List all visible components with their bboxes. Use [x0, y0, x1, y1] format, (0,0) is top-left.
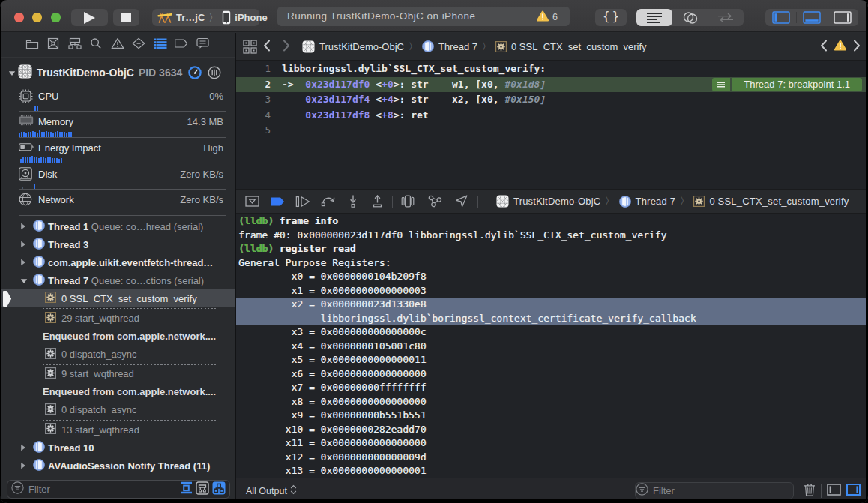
sidebar-filter-input[interactable]: Filter: [28, 484, 180, 495]
thread-row[interactable]: Thread 1 Queue: co…hread (serial): [0, 217, 235, 235]
console-line[interactable]: x9 = 0x00000000b551b551: [236, 409, 868, 423]
console-line[interactable]: x12 = 0x000000000000009d: [236, 451, 868, 465]
toggle-variables-view-button[interactable]: [827, 484, 841, 499]
disclosure-triangle-icon[interactable]: [8, 66, 16, 79]
step-out-button[interactable]: [368, 193, 386, 211]
jumpbar-crumb[interactable]: TrustKitDemo-ObjC: [302, 40, 404, 53]
thread-row[interactable]: AVAudioSession Notify Thread (11): [0, 457, 235, 475]
console-output[interactable]: (lldb) frame infoframe #0: 0x000000023d1…: [236, 214, 868, 478]
filter-view-mode-button[interactable]: [212, 481, 226, 498]
run-button[interactable]: [71, 9, 108, 26]
clear-console-button[interactable]: [804, 483, 816, 499]
jumpbar-crumb[interactable]: Thread 7: [422, 40, 477, 52]
console-line[interactable]: x4 = 0x0000000105001c80: [236, 340, 868, 354]
simulate-location-button[interactable]: [452, 193, 470, 211]
breakpoint-menu-icon[interactable]: [712, 78, 730, 91]
console-line[interactable]: (lldb) register read: [236, 242, 868, 256]
gauge-energy-impact[interactable]: Energy ImpactHigh: [0, 137, 235, 163]
console-line[interactable]: x5 = 0x0000000000000011: [236, 353, 868, 367]
console-line[interactable]: x0 = 0x0000000104b209f8: [236, 270, 868, 284]
stop-button[interactable]: [113, 9, 139, 26]
disclosure-triangle-icon[interactable]: [20, 221, 26, 232]
stack-frame-row[interactable]: 29 start_wqthread: [0, 309, 235, 327]
step-into-button[interactable]: [344, 193, 362, 211]
disclosure-triangle-icon[interactable]: [20, 257, 26, 268]
continue-button[interactable]: [294, 193, 312, 211]
toggle-inspector-button[interactable]: [828, 9, 858, 26]
thread-row[interactable]: com.apple.uikit.eventfetch-thread…: [0, 253, 235, 271]
disclosure-triangle-icon[interactable]: [20, 442, 26, 454]
console-filter-input[interactable]: Filter: [653, 485, 675, 496]
navigator-tab-breakpoints[interactable]: [175, 39, 188, 52]
code-line[interactable]: 1libboringssl.dylib`SSL_CTX_set_custom_v…: [236, 61, 868, 77]
enqueued-row[interactable]: Enqueued from com.apple.network....: [0, 383, 235, 401]
debug-view-hierarchy-button[interactable]: [399, 193, 417, 211]
console-line[interactable]: x3 = 0x000000000000000c: [236, 325, 868, 340]
navigator-tab-reports[interactable]: [196, 39, 209, 52]
breakpoints-toggle-button[interactable]: [268, 193, 286, 211]
disclosure-triangle-icon[interactable]: [20, 239, 26, 250]
debugbar-crumb[interactable]: 0 SSL_CTX_set_custom_verify: [693, 196, 849, 207]
gauge-cpu[interactable]: CPU0%: [0, 85, 235, 112]
close-window-button[interactable]: [14, 13, 24, 22]
hide-debug-area-button[interactable]: [243, 193, 261, 211]
console-line[interactable]: x8 = 0x0000000000000000: [236, 395, 868, 409]
navigator-tab-source-control[interactable]: [47, 39, 60, 52]
standard-editor-button[interactable]: [636, 9, 672, 26]
related-items-icon[interactable]: [241, 37, 259, 55]
minimize-window-button[interactable]: [32, 13, 42, 22]
thread-row[interactable]: Thread 3: [0, 235, 235, 253]
next-issue-button[interactable]: [853, 40, 861, 54]
warning-indicator[interactable]: 6: [537, 10, 558, 24]
go-back-button[interactable]: [263, 40, 271, 54]
stack-frame-row[interactable]: 13 start_wqthread: [0, 421, 235, 439]
gauge-view-button[interactable]: [188, 66, 202, 82]
step-over-button[interactable]: [319, 193, 337, 211]
console-line[interactable]: x13 = 0x0000000000000001: [236, 464, 868, 478]
console-line[interactable]: x7 = 0x00000000ffffffff: [236, 381, 868, 395]
columns-view-button[interactable]: [208, 66, 221, 82]
console-line[interactable]: General Purpose Registers:: [236, 256, 868, 271]
thread-row[interactable]: Thread 10: [0, 439, 235, 457]
console-line[interactable]: frame #0: 0x000000023d117df0 libboringss…: [236, 229, 868, 243]
navigator-tab-issues[interactable]: [111, 39, 124, 52]
navigator-tab-symbols[interactable]: [68, 39, 81, 52]
version-editor-button[interactable]: [708, 9, 744, 26]
console-line[interactable]: x1 = 0x0000000000000003: [236, 284, 868, 298]
thread-row[interactable]: Thread 7 Queue: co…ctions (serial): [0, 271, 235, 289]
previous-issue-button[interactable]: [820, 40, 828, 54]
source-editor[interactable]: 1libboringssl.dylib`SSL_CTX_set_custom_v…: [236, 61, 868, 189]
gauge-disk[interactable]: DiskZero KB/s: [0, 163, 235, 190]
code-line[interactable]: 2-> 0x23d117df0 <+0>: str w1, [x0, #0x1d…: [236, 77, 868, 93]
console-line[interactable]: x11 = 0x0000000000000000: [236, 436, 868, 451]
scheme-name[interactable]: Tr…jC: [176, 12, 205, 23]
gauge-memory[interactable]: Memory14.3 MB: [0, 112, 235, 138]
filter-flatten-button[interactable]: [180, 481, 193, 497]
filter-crashed-threads-button[interactable]: [196, 481, 209, 498]
zoom-window-button[interactable]: [51, 13, 61, 22]
breakpoint-badge[interactable]: Thread 7: breakpoint 1.1: [712, 78, 862, 91]
process-row[interactable]: TrustKitDemo-ObjC PID 3634: [0, 64, 235, 82]
toggle-navigator-button[interactable]: [765, 9, 796, 26]
jumpbar-crumb[interactable]: 0 SSL_CTX_set_custom_verify: [495, 41, 647, 52]
stack-frame-row[interactable]: 9 start_wqthread: [0, 365, 235, 383]
code-line[interactable]: 3 0x23d117df4 <+4>: str x2, [x0, #0x150]: [236, 92, 868, 108]
navigator-tab-project[interactable]: [25, 39, 38, 52]
navigator-tab-tests[interactable]: [133, 39, 145, 52]
gauge-network[interactable]: NetworkZero KB/s: [0, 190, 235, 216]
scheme-selector[interactable]: Tr…jC 〉 iPhone: [152, 9, 259, 26]
library-button[interactable]: {}: [595, 9, 627, 26]
console-line[interactable]: x6 = 0x0000000000000000: [236, 367, 868, 382]
console-line[interactable]: (lldb) frame info: [236, 214, 868, 229]
console-filter-field[interactable]: Filter: [635, 482, 794, 499]
disclosure-triangle-icon[interactable]: [20, 275, 28, 286]
console-line[interactable]: libboringssl.dylib`boringssl_context_cer…: [236, 312, 868, 326]
toggle-console-view-button[interactable]: [846, 484, 861, 499]
stack-frame-row[interactable]: 0 dispatch_async: [0, 401, 235, 419]
assistant-editor-button[interactable]: [672, 9, 708, 26]
toggle-debug-area-button[interactable]: [796, 9, 827, 26]
console-line[interactable]: x2 = 0x000000023d1330e8: [236, 298, 868, 312]
debugbar-crumb[interactable]: Thread 7: [619, 196, 676, 208]
code-line[interactable]: 4 0x23d117df8 <+8>: ret: [236, 108, 868, 124]
navigator-tab-search[interactable]: [90, 39, 103, 52]
